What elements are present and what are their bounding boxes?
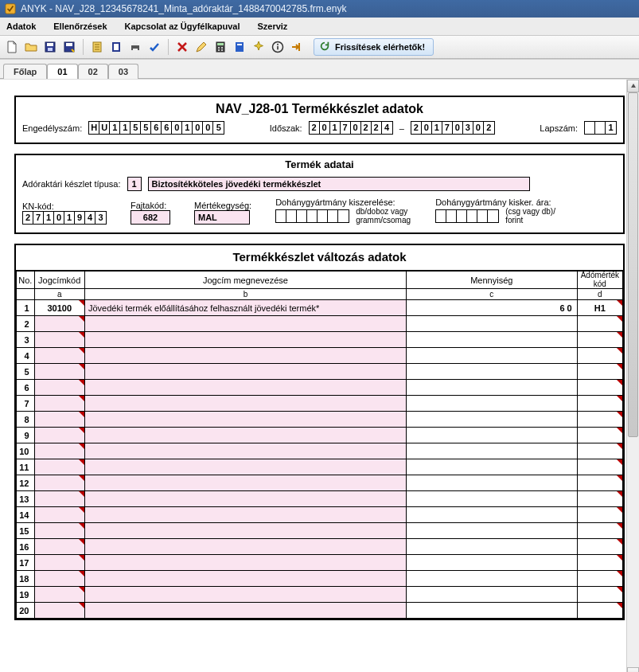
row-qty[interactable] (406, 364, 577, 380)
row-name[interactable] (84, 603, 406, 619)
row-code[interactable] (34, 412, 84, 428)
row-tax[interactable] (577, 587, 622, 603)
scroll-thumb[interactable] (628, 92, 638, 437)
row-name[interactable] (84, 491, 406, 507)
row-code[interactable] (34, 491, 84, 507)
row-name[interactable] (84, 459, 406, 475)
note-icon[interactable] (107, 38, 125, 56)
kn-code-cells[interactable]: 27101943 (22, 211, 107, 225)
row-tax[interactable] (577, 491, 622, 507)
row-name[interactable] (84, 380, 406, 396)
row-qty[interactable] (406, 523, 577, 539)
row-tax[interactable] (577, 348, 622, 364)
row-tax[interactable] (577, 364, 622, 380)
row-name[interactable] (84, 475, 406, 491)
row-name[interactable] (84, 332, 406, 348)
row-qty[interactable] (406, 587, 577, 603)
row-name[interactable] (84, 443, 406, 459)
row-name[interactable] (84, 539, 406, 555)
updates-available-button[interactable]: Frissítések elérhetők! (314, 38, 434, 56)
tab-01[interactable]: 01 (47, 64, 77, 79)
row-code[interactable] (34, 459, 84, 475)
row-qty[interactable] (406, 412, 577, 428)
row-name[interactable]: Jövedéki termék előállításához felhaszná… (84, 300, 406, 316)
row-code[interactable] (34, 539, 84, 555)
row-name[interactable] (84, 364, 406, 380)
row-qty[interactable] (406, 571, 577, 587)
row-qty[interactable] (406, 603, 577, 619)
row-code[interactable] (34, 555, 84, 571)
row-tax[interactable]: H1 (577, 300, 622, 316)
row-tax[interactable] (577, 459, 622, 475)
row-qty[interactable] (406, 380, 577, 396)
row-code[interactable]: 30100 (34, 300, 84, 316)
pointer-icon[interactable] (288, 38, 306, 56)
delete-icon[interactable] (173, 38, 191, 56)
open-folder-icon[interactable] (22, 38, 40, 56)
row-tax[interactable] (577, 603, 622, 619)
row-name[interactable] (84, 316, 406, 332)
row-code[interactable] (34, 507, 84, 523)
row-tax[interactable] (577, 555, 622, 571)
book-icon[interactable] (231, 38, 248, 56)
row-tax[interactable] (577, 523, 622, 539)
row-code[interactable] (34, 475, 84, 491)
row-code[interactable] (34, 443, 84, 459)
stock-type-code[interactable]: 1 (127, 177, 142, 191)
cut-icon[interactable] (88, 38, 106, 56)
row-tax[interactable] (577, 539, 622, 555)
row-qty[interactable] (406, 491, 577, 507)
save-as-icon[interactable] (60, 38, 78, 56)
row-tax[interactable] (577, 571, 622, 587)
sparkle-icon[interactable] (250, 38, 267, 56)
row-qty[interactable] (406, 539, 577, 555)
stock-type-text[interactable]: Biztosítékköteles jövedéki termékkészlet (148, 177, 530, 191)
row-code[interactable] (34, 396, 84, 412)
row-tax[interactable] (577, 412, 622, 428)
tobacco-pack-cells[interactable] (275, 209, 349, 223)
row-name[interactable] (84, 396, 406, 412)
row-tax[interactable] (577, 396, 622, 412)
row-code[interactable] (34, 380, 84, 396)
row-qty[interactable] (406, 507, 577, 523)
menu-szerviz[interactable]: Szerviz (254, 19, 290, 33)
menu-adatok[interactable]: Adatok (3, 19, 39, 33)
scroll-track[interactable] (627, 92, 639, 667)
row-name[interactable] (84, 555, 406, 571)
check-icon[interactable] (146, 38, 163, 56)
save-icon[interactable] (41, 38, 59, 56)
row-code[interactable] (34, 571, 84, 587)
row-tax[interactable] (577, 475, 622, 491)
row-tax[interactable] (577, 507, 622, 523)
row-tax[interactable] (577, 316, 622, 332)
row-qty[interactable]: 6 0 (406, 300, 577, 316)
row-qty[interactable] (406, 316, 577, 332)
row-qty[interactable] (406, 555, 577, 571)
row-qty[interactable] (406, 475, 577, 491)
calculator-icon[interactable] (212, 38, 229, 56)
row-tax[interactable] (577, 332, 622, 348)
row-code[interactable] (34, 348, 84, 364)
scroll-up-button[interactable] (627, 80, 639, 92)
tobacco-price-cells[interactable] (435, 209, 499, 223)
row-code[interactable] (34, 428, 84, 443)
row-tax[interactable] (577, 380, 622, 396)
row-qty[interactable] (406, 396, 577, 412)
row-name[interactable] (84, 412, 406, 428)
row-code[interactable] (34, 587, 84, 603)
edit-icon[interactable] (193, 38, 210, 56)
row-qty[interactable] (406, 428, 577, 443)
menu-ellenorzesek[interactable]: Ellenőrzések (50, 19, 110, 33)
menu-kapcsolat[interactable]: Kapcsolat az Ügyfélkapuval (122, 19, 244, 33)
tab-03[interactable]: 03 (108, 64, 138, 79)
row-code[interactable] (34, 523, 84, 539)
info-icon[interactable] (269, 38, 286, 56)
row-qty[interactable] (406, 459, 577, 475)
print-icon[interactable] (127, 38, 144, 56)
row-name[interactable] (84, 523, 406, 539)
row-code[interactable] (34, 603, 84, 619)
row-name[interactable] (84, 571, 406, 587)
tab-folap[interactable]: Főlap (3, 64, 47, 79)
unit-value[interactable]: MAL (194, 210, 250, 225)
row-tax[interactable] (577, 443, 622, 459)
